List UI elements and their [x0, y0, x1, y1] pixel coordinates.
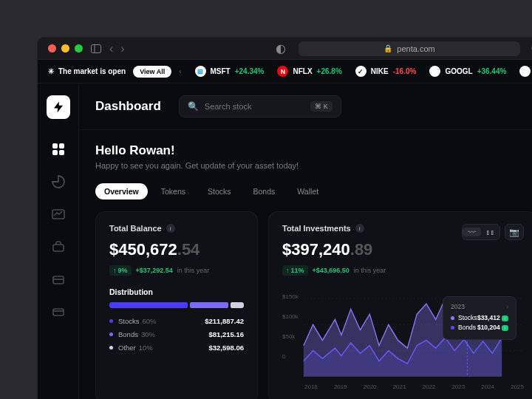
info-icon[interactable]: i — [166, 224, 175, 233]
tab-bonds[interactable]: Bonds — [245, 183, 284, 200]
sparkle-icon: ✳ — [48, 67, 54, 75]
ticker-icon: G — [429, 66, 440, 77]
balance-change-pill: ↑ 9% — [109, 265, 132, 276]
snapshot-button[interactable]: 📷 — [505, 224, 524, 240]
ticker-change: +24.34% — [235, 67, 265, 75]
svg-rect-7 — [53, 245, 64, 251]
browser-chrome: ‹ › ◐ 🔒 penta.com ⟳ — [38, 38, 532, 60]
tab-overview[interactable]: Overview — [95, 183, 148, 200]
balance-change-period: in this year — [177, 267, 210, 274]
ticker-msft[interactable]: ⊞MSFT+24.34% — [195, 66, 265, 77]
ticker-nflx[interactable]: NNFLX+26.8% — [277, 66, 341, 77]
svg-rect-0 — [92, 44, 101, 52]
ticker-googl[interactable]: GGOOGL+36.44% — [429, 66, 506, 77]
ticker-aapl[interactable]: AAPL+17.56% — [519, 66, 532, 77]
info-icon[interactable]: i — [355, 224, 364, 233]
distribution-row: Bonds30%$81,215.16 — [109, 330, 244, 338]
total-investments-card: Total Investments i $397,240.89 ↑ 11% +$… — [268, 211, 532, 399]
sidebar — [38, 83, 79, 399]
app-logo[interactable] — [47, 95, 70, 119]
ticker-change: +26.8% — [317, 67, 342, 75]
investments-chart: $150k$100k$50k0 2023› Stocks$33,412 ↑Bon… — [282, 293, 524, 382]
view-all-button[interactable]: View All — [133, 66, 171, 78]
chart-tooltip: 2023› Stocks$33,412 ↑Bonds$10,204 ↑ — [443, 296, 516, 340]
maximize-window[interactable] — [75, 44, 83, 52]
tab-tokens[interactable]: Tokens — [152, 183, 194, 200]
traffic-lights — [48, 44, 83, 52]
nav-dashboard-icon[interactable] — [50, 141, 66, 157]
nav-analytics-icon[interactable] — [50, 174, 66, 190]
svg-rect-10 — [53, 309, 64, 316]
tab-wallet[interactable]: Wallet — [288, 183, 327, 200]
ticker-bar: ✳ The market is open View All ‹ ⊞MSFT+24… — [38, 60, 532, 83]
balance-change-abs: +$37,292.54 — [136, 267, 173, 274]
svg-rect-2 — [52, 143, 58, 149]
distribution-bar — [109, 302, 244, 308]
distribution-title: Distribution — [109, 287, 244, 296]
nav-portfolio-icon[interactable] — [50, 239, 66, 255]
search-hotkey: ⌘ K — [310, 101, 332, 112]
chevron-right-icon: › — [506, 303, 508, 310]
minimize-window[interactable] — [61, 44, 69, 52]
search-icon: 🔍 — [188, 101, 199, 112]
search-input[interactable]: 🔍 Search stock ⌘ K — [179, 95, 341, 117]
total-balance-card: Total Balance i $450,672.54 ↑ 9% +$37,29… — [95, 211, 258, 399]
market-status: ✳ The market is open — [48, 67, 126, 75]
ticker-icon: ✓ — [355, 66, 366, 77]
balance-title: Total Balance — [109, 224, 162, 233]
distribution-row: Other10%$32,598.06 — [109, 344, 244, 352]
nav-briefcase-icon[interactable] — [50, 271, 66, 287]
ticker-list: ⊞MSFT+24.34%NNFLX+26.8%✓NIKE-16.0%GGOOGL… — [195, 66, 533, 77]
greeting-subtext: Happy to see you again. Get update of yo… — [95, 161, 532, 170]
ticker-symbol: NFLX — [293, 67, 312, 75]
greeting-heading: Hello Rowan! — [95, 143, 532, 158]
ticker-symbol: GOOGL — [445, 67, 472, 75]
nav-card-icon[interactable] — [50, 304, 66, 320]
ticker-symbol: NIKE — [371, 67, 389, 75]
svg-rect-3 — [59, 143, 64, 149]
chart-type-toggle[interactable]: 〰⫾⫾ — [462, 224, 500, 240]
tab-stocks[interactable]: Stocks — [199, 183, 240, 200]
ticker-prev-icon[interactable]: ‹ — [179, 67, 181, 75]
distribution-row: Stocks60%$211,887.42 — [109, 317, 244, 325]
ticker-change: -16.0% — [393, 67, 417, 75]
ticker-icon: ⊞ — [195, 66, 206, 77]
nav-trends-icon[interactable] — [50, 206, 66, 222]
investments-change-pill: ↑ 11% — [282, 265, 308, 276]
svg-rect-4 — [52, 150, 58, 155]
svg-rect-8 — [53, 276, 64, 284]
investments-title: Total Investments — [282, 224, 351, 233]
investments-amount: $397,240.89 — [282, 240, 386, 259]
ticker-icon: N — [277, 66, 288, 77]
svg-rect-5 — [59, 150, 64, 155]
tabs: OverviewTokensStocksBondsWallet — [95, 183, 532, 200]
lock-icon: 🔒 — [383, 44, 392, 52]
page-title: Dashboard — [95, 99, 161, 114]
ticker-symbol: MSFT — [211, 67, 231, 75]
balance-amount: $450,672.54 — [109, 240, 244, 259]
search-placeholder: Search stock — [205, 102, 252, 111]
url-bar[interactable]: 🔒 penta.com — [299, 41, 520, 56]
market-status-text: The market is open — [58, 67, 126, 75]
top-bar: Dashboard 🔍 Search stock ⌘ K — [79, 83, 532, 130]
ticker-icon — [519, 66, 531, 77]
nav-back-icon[interactable]: ‹ — [109, 42, 113, 55]
investments-change-abs: +$43,696.50 — [313, 267, 349, 274]
sidebar-toggle-icon[interactable] — [91, 44, 101, 53]
line-chart-icon: 〰 — [463, 228, 481, 236]
investments-change-period: in this year — [354, 267, 386, 274]
nav-forward-icon[interactable]: › — [120, 42, 124, 55]
ticker-nike[interactable]: ✓NIKE-16.0% — [355, 66, 417, 77]
url-text: penta.com — [397, 44, 434, 53]
ticker-change: +36.44% — [477, 67, 507, 75]
close-window[interactable] — [48, 44, 56, 52]
bar-chart-icon: ⫾⫾ — [481, 228, 499, 236]
appearance-icon[interactable]: ◐ — [276, 41, 286, 55]
